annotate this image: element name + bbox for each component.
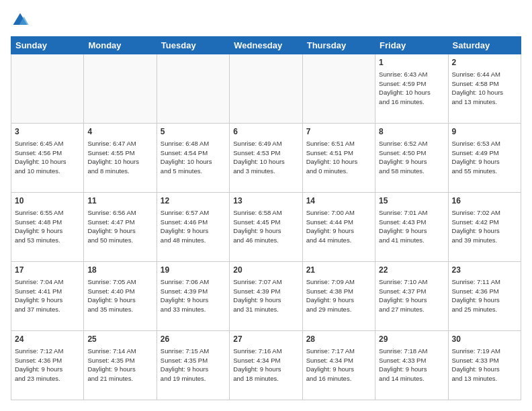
day-number: 5 [161,126,226,138]
calendar-cell: 3Sunrise: 6:45 AM Sunset: 4:56 PM Daylig… [11,124,84,193]
day-number: 24 [15,334,80,345]
day-number: 17 [15,265,80,276]
day-number: 27 [233,334,298,345]
calendar-cell: 16Sunrise: 7:02 AM Sunset: 4:42 PM Dayli… [448,193,521,262]
day-info: Sunrise: 7:16 AM Sunset: 4:34 PM Dayligh… [233,347,298,383]
calendar-cell: 7Sunrise: 6:51 AM Sunset: 4:51 PM Daylig… [302,124,375,193]
day-info: Sunrise: 7:04 AM Sunset: 4:41 PM Dayligh… [15,277,80,314]
day-info: Sunrise: 7:10 AM Sunset: 4:37 PM Dayligh… [379,277,444,314]
calendar-cell: 29Sunrise: 7:18 AM Sunset: 4:33 PM Dayli… [375,331,448,400]
calendar-cell: 14Sunrise: 7:00 AM Sunset: 4:44 PM Dayli… [302,193,375,262]
day-header-wednesday: Wednesday [230,37,302,54]
calendar-cell: 10Sunrise: 6:55 AM Sunset: 4:48 PM Dayli… [11,193,84,262]
calendar-cell [230,54,302,124]
day-number: 12 [161,195,226,207]
day-number: 6 [233,126,298,138]
day-info: Sunrise: 7:02 AM Sunset: 4:42 PM Dayligh… [452,208,517,245]
day-number: 19 [161,265,226,276]
day-number: 15 [379,195,444,207]
calendar-cell [84,54,157,124]
calendar-cell: 30Sunrise: 7:19 AM Sunset: 4:33 PM Dayli… [448,331,521,400]
day-info: Sunrise: 7:05 AM Sunset: 4:40 PM Dayligh… [87,277,152,314]
day-header-monday: Monday [84,37,157,54]
calendar-cell: 8Sunrise: 6:52 AM Sunset: 4:50 PM Daylig… [375,124,448,193]
calendar-cell: 27Sunrise: 7:16 AM Sunset: 4:34 PM Dayli… [230,331,302,400]
day-number: 20 [233,265,298,276]
day-info: Sunrise: 7:06 AM Sunset: 4:39 PM Dayligh… [161,277,226,314]
day-info: Sunrise: 6:44 AM Sunset: 4:58 PM Dayligh… [452,70,517,107]
calendar-cell: 25Sunrise: 7:14 AM Sunset: 4:35 PM Dayli… [84,331,157,400]
calendar-cell [157,54,229,124]
day-info: Sunrise: 6:52 AM Sunset: 4:50 PM Dayligh… [379,139,444,176]
calendar-cell: 13Sunrise: 6:58 AM Sunset: 4:45 PM Dayli… [230,193,302,262]
calendar-cell: 20Sunrise: 7:07 AM Sunset: 4:39 PM Dayli… [230,262,302,331]
calendar-cell [302,54,375,124]
calendar-cell: 21Sunrise: 7:09 AM Sunset: 4:38 PM Dayli… [302,262,375,331]
day-number: 23 [452,265,517,276]
header-row: SundayMondayTuesdayWednesdayThursdayFrid… [11,37,521,54]
calendar-cell: 23Sunrise: 7:11 AM Sunset: 4:36 PM Dayli… [448,262,521,331]
calendar-cell: 22Sunrise: 7:10 AM Sunset: 4:37 PM Dayli… [375,262,448,331]
calendar-cell: 5Sunrise: 6:48 AM Sunset: 4:54 PM Daylig… [157,124,229,193]
day-number: 16 [452,195,517,207]
calendar-cell: 11Sunrise: 6:56 AM Sunset: 4:47 PM Dayli… [84,193,157,262]
day-info: Sunrise: 6:58 AM Sunset: 4:45 PM Dayligh… [233,208,298,245]
week-row-3: 10Sunrise: 6:55 AM Sunset: 4:48 PM Dayli… [11,193,521,262]
day-info: Sunrise: 6:45 AM Sunset: 4:56 PM Dayligh… [15,139,80,176]
day-info: Sunrise: 6:49 AM Sunset: 4:53 PM Dayligh… [233,139,298,176]
day-number: 2 [452,57,517,68]
day-info: Sunrise: 6:47 AM Sunset: 4:55 PM Dayligh… [87,139,152,176]
day-info: Sunrise: 7:15 AM Sunset: 4:35 PM Dayligh… [161,347,226,383]
day-info: Sunrise: 6:43 AM Sunset: 4:59 PM Dayligh… [379,70,444,107]
day-number: 21 [306,265,371,276]
day-number: 25 [87,334,152,345]
calendar-cell: 2Sunrise: 6:44 AM Sunset: 4:58 PM Daylig… [448,54,521,124]
logo-icon [11,11,30,30]
day-number: 1 [379,57,444,68]
day-info: Sunrise: 7:18 AM Sunset: 4:33 PM Dayligh… [379,347,444,383]
day-info: Sunrise: 7:14 AM Sunset: 4:35 PM Dayligh… [87,347,152,383]
day-info: Sunrise: 6:56 AM Sunset: 4:47 PM Dayligh… [87,208,152,245]
day-header-tuesday: Tuesday [157,37,229,54]
calendar-cell: 1Sunrise: 6:43 AM Sunset: 4:59 PM Daylig… [375,54,448,124]
calendar-cell: 4Sunrise: 6:47 AM Sunset: 4:55 PM Daylig… [84,124,157,193]
calendar-cell [11,54,84,124]
calendar-cell: 28Sunrise: 7:17 AM Sunset: 4:34 PM Dayli… [302,331,375,400]
day-info: Sunrise: 7:11 AM Sunset: 4:36 PM Dayligh… [452,277,517,314]
day-number: 26 [161,334,226,345]
calendar-header: SundayMondayTuesdayWednesdayThursdayFrid… [11,37,521,54]
calendar-cell: 18Sunrise: 7:05 AM Sunset: 4:40 PM Dayli… [84,262,157,331]
day-number: 11 [87,195,152,207]
week-row-1: 1Sunrise: 6:43 AM Sunset: 4:59 PM Daylig… [11,54,521,124]
day-number: 7 [306,126,371,138]
day-number: 14 [306,195,371,207]
day-header-thursday: Thursday [302,37,375,54]
logo [11,11,32,30]
day-info: Sunrise: 6:48 AM Sunset: 4:54 PM Dayligh… [161,139,226,176]
day-number: 22 [379,265,444,276]
calendar-cell: 9Sunrise: 6:53 AM Sunset: 4:49 PM Daylig… [448,124,521,193]
day-info: Sunrise: 6:53 AM Sunset: 4:49 PM Dayligh… [452,139,517,176]
calendar-table: SundayMondayTuesdayWednesdayThursdayFrid… [11,36,521,400]
day-number: 4 [87,126,152,138]
calendar-cell: 6Sunrise: 6:49 AM Sunset: 4:53 PM Daylig… [230,124,302,193]
day-header-saturday: Saturday [448,37,521,54]
week-row-2: 3Sunrise: 6:45 AM Sunset: 4:56 PM Daylig… [11,124,521,193]
calendar-cell: 12Sunrise: 6:57 AM Sunset: 4:46 PM Dayli… [157,193,229,262]
day-info: Sunrise: 6:57 AM Sunset: 4:46 PM Dayligh… [161,208,226,245]
day-header-friday: Friday [375,37,448,54]
day-number: 9 [452,126,517,138]
day-info: Sunrise: 7:00 AM Sunset: 4:44 PM Dayligh… [306,208,371,245]
day-info: Sunrise: 7:07 AM Sunset: 4:39 PM Dayligh… [233,277,298,314]
calendar-cell: 26Sunrise: 7:15 AM Sunset: 4:35 PM Dayli… [157,331,229,400]
day-info: Sunrise: 6:55 AM Sunset: 4:48 PM Dayligh… [15,208,80,245]
week-row-5: 24Sunrise: 7:12 AM Sunset: 4:36 PM Dayli… [11,331,521,400]
calendar-cell: 15Sunrise: 7:01 AM Sunset: 4:43 PM Dayli… [375,193,448,262]
day-info: Sunrise: 7:09 AM Sunset: 4:38 PM Dayligh… [306,277,371,314]
day-number: 10 [15,195,80,207]
day-info: Sunrise: 7:01 AM Sunset: 4:43 PM Dayligh… [379,208,444,245]
day-info: Sunrise: 6:51 AM Sunset: 4:51 PM Dayligh… [306,139,371,176]
week-row-4: 17Sunrise: 7:04 AM Sunset: 4:41 PM Dayli… [11,262,521,331]
day-info: Sunrise: 7:17 AM Sunset: 4:34 PM Dayligh… [306,347,371,383]
calendar-cell: 24Sunrise: 7:12 AM Sunset: 4:36 PM Dayli… [11,331,84,400]
